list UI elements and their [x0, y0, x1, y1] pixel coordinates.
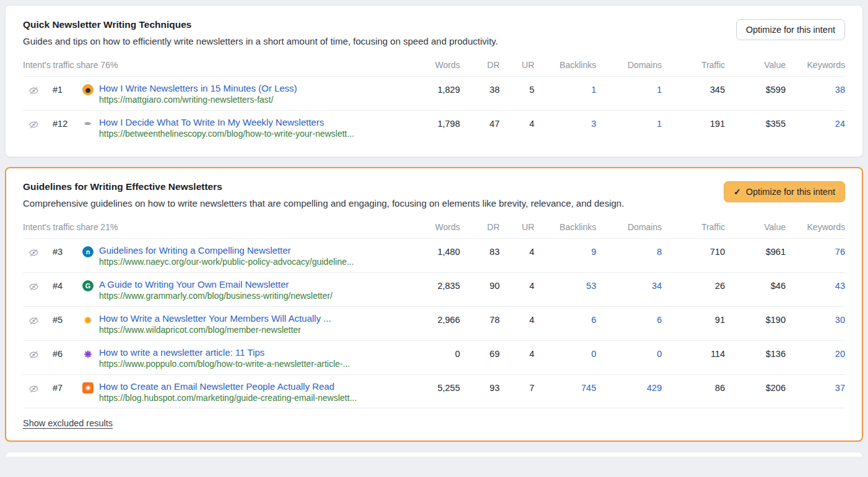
eye-off-icon[interactable] — [23, 347, 44, 360]
eye-off-icon[interactable] — [23, 245, 44, 258]
eye-off-icon[interactable] — [23, 117, 44, 130]
words-value: 1,829 — [415, 83, 460, 95]
intent-card: Quick Newsletter Writing Techniques Guid… — [5, 5, 863, 157]
backlinks-link[interactable]: 9 — [538, 245, 596, 257]
column-header-backlinks: Backlinks — [538, 60, 596, 70]
result-url-link[interactable]: https://betweenthelinescopy.com/blog/how… — [99, 129, 354, 139]
eye-off-icon[interactable] — [23, 381, 44, 394]
table-row: #1 ☻ How I Write Newsletters in 15 Minut… — [23, 77, 845, 111]
optimize-button-label: Optimize for this intent — [746, 187, 835, 197]
value-cell: $355 — [729, 117, 786, 129]
domains-link[interactable]: 0 — [600, 347, 662, 359]
check-icon: ✓ — [734, 187, 741, 197]
rank-label: #7 — [48, 381, 79, 393]
backlinks-link[interactable]: 53 — [538, 279, 596, 291]
backlinks-link[interactable]: 0 — [538, 347, 596, 359]
dr-value: 47 — [464, 117, 500, 129]
keywords-link[interactable]: 76 — [789, 245, 845, 257]
ur-value: 4 — [503, 347, 534, 359]
words-value: 2,966 — [415, 313, 460, 325]
eye-off-icon[interactable] — [23, 313, 44, 326]
column-header-dr: DR — [464, 60, 500, 70]
site-favicon: ❋ — [82, 348, 93, 359]
value-cell: $961 — [729, 245, 786, 257]
site-favicon: ✳ — [82, 382, 93, 393]
optimize-intent-button[interactable]: ✓ Optimize for this intent — [724, 181, 845, 202]
domains-link[interactable]: 8 — [600, 245, 662, 257]
site-favicon: n — [82, 246, 93, 257]
keywords-link[interactable]: 20 — [789, 347, 845, 359]
optimize-intent-button[interactable]: Optimize for this intent — [736, 19, 845, 40]
column-header-domains: Domains — [600, 60, 662, 70]
column-header-words: Words — [415, 222, 460, 232]
domains-link[interactable]: 1 — [600, 117, 662, 129]
result-title-link[interactable]: A Guide to Writing Your Own Email Newsle… — [99, 279, 332, 290]
table-row: #12 ✒ How I Decide What To Write In My W… — [23, 111, 845, 144]
result-url-link[interactable]: https://www.grammarly.com/blog/business-… — [99, 291, 332, 301]
keywords-link[interactable]: 30 — [789, 313, 845, 325]
result-url-link[interactable]: https://www.poppulo.com/blog/how-to-writ… — [99, 359, 350, 369]
column-header-keywords: Keywords — [789, 222, 845, 232]
traffic-value: 91 — [666, 313, 725, 325]
eye-off-icon[interactable] — [23, 83, 44, 96]
domains-link[interactable]: 6 — [600, 313, 662, 325]
backlinks-link[interactable]: 1 — [538, 83, 596, 95]
result-title-link[interactable]: How I Decide What To Write In My Weekly … — [99, 117, 354, 127]
favicon-glyph: ✳ — [85, 385, 90, 392]
intent-card: Guidelines for Writing Effective Newslet… — [5, 167, 863, 442]
keywords-link[interactable]: 37 — [789, 381, 845, 393]
result-title-link[interactable]: How to Write a Newsletter Your Members W… — [99, 313, 331, 324]
domains-link[interactable]: 34 — [600, 279, 662, 291]
intent-title: Guidelines for Writing Effective Newslet… — [23, 181, 709, 192]
result-url-link[interactable]: https://www.naeyc.org/our-work/public-po… — [99, 257, 354, 267]
keywords-link[interactable]: 38 — [789, 83, 845, 95]
column-header-dr: DR — [464, 222, 500, 232]
value-cell: $599 — [729, 83, 786, 95]
table-row: #4 G A Guide to Writing Your Own Email N… — [23, 273, 845, 307]
rank-label: #6 — [48, 347, 79, 359]
eye-off-icon[interactable] — [23, 279, 44, 292]
dr-value: 38 — [464, 83, 500, 95]
column-header-backlinks: Backlinks — [538, 222, 596, 232]
table-header-row: Intent's traffic share 76% Words DR UR B… — [23, 60, 845, 77]
dr-value: 90 — [464, 279, 500, 291]
rank-label: #12 — [48, 117, 79, 129]
ur-value: 4 — [503, 313, 534, 325]
rank-label: #4 — [48, 279, 79, 291]
favicon-glyph: G — [85, 283, 91, 290]
dr-value: 69 — [464, 347, 500, 359]
result-title-link[interactable]: How to Create an Email Newsletter People… — [99, 381, 357, 392]
dr-value: 83 — [464, 245, 500, 257]
site-favicon: G — [82, 280, 93, 291]
column-header-keywords: Keywords — [789, 60, 845, 70]
result-title-link[interactable]: How I Write Newsletters in 15 Minutes (O… — [99, 83, 297, 93]
traffic-value: 86 — [666, 381, 725, 393]
dr-value: 93 — [464, 381, 500, 393]
domains-link[interactable]: 429 — [600, 381, 662, 393]
column-header-words: Words — [415, 60, 460, 70]
words-value: 0 — [415, 347, 460, 359]
next-intent-card-partial — [5, 452, 863, 457]
words-value: 5,255 — [415, 381, 460, 393]
favicon-glyph: ☻ — [84, 86, 92, 94]
ur-value: 7 — [503, 381, 534, 393]
rank-label: #5 — [48, 313, 79, 325]
keywords-link[interactable]: 24 — [789, 117, 845, 129]
domains-link[interactable]: 1 — [600, 83, 662, 95]
value-cell: $190 — [729, 313, 786, 325]
result-title-link[interactable]: Guidelines for Writing a Compelling News… — [99, 245, 354, 256]
favicon-glyph: n — [86, 249, 90, 256]
backlinks-link[interactable]: 6 — [538, 313, 596, 325]
result-url-link[interactable]: https://blog.hubspot.com/marketing/guide… — [99, 393, 357, 403]
column-header-value: Value — [729, 222, 786, 232]
show-excluded-link[interactable]: Show excluded results — [23, 418, 113, 428]
result-url-link[interactable]: https://mattgiaro.com/writing-newsletter… — [99, 95, 297, 105]
table-row: #5 ✹ How to Write a Newsletter Your Memb… — [23, 307, 845, 341]
ur-value: 4 — [503, 117, 534, 129]
keywords-link[interactable]: 43 — [789, 279, 845, 291]
result-url-link[interactable]: https://www.wildapricot.com/blog/member-… — [99, 325, 331, 335]
rank-label: #3 — [48, 245, 79, 257]
backlinks-link[interactable]: 3 — [538, 117, 596, 129]
backlinks-link[interactable]: 745 — [538, 381, 596, 393]
result-title-link[interactable]: How to write a newsletter article: 11 Ti… — [99, 347, 350, 358]
